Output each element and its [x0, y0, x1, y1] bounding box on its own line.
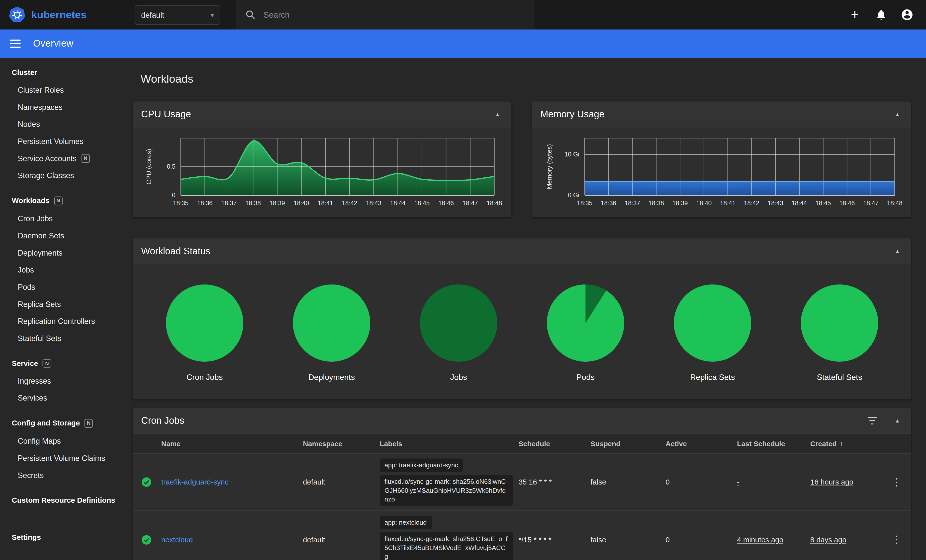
- svg-text:18:36: 18:36: [601, 199, 616, 207]
- collapse-memory-card-button[interactable]: ▲: [894, 109, 901, 119]
- schedule-cell: 35 16 * * *: [519, 473, 591, 491]
- sidebar-item-cluster-roles[interactable]: Cluster Roles: [0, 82, 118, 99]
- cronjob-name-link[interactable]: nextcloud: [161, 536, 193, 544]
- name-cell: traefik-adguard-sync: [161, 473, 303, 491]
- column-header-label: Active: [666, 439, 687, 447]
- sidebar-item-replica-sets[interactable]: Replica Sets: [0, 295, 118, 312]
- column-header-namespace[interactable]: Namespace: [303, 439, 380, 447]
- svg-text:18:47: 18:47: [463, 199, 478, 207]
- filter-button[interactable]: [866, 415, 878, 426]
- workload-status-pies: Cron JobsDeploymentsJobsPodsReplica Sets…: [133, 264, 911, 399]
- row-actions-cell: ⋮: [887, 528, 911, 551]
- sidebar-item-deployments[interactable]: Deployments: [0, 244, 118, 261]
- labels-cell: app: traefik-adguard-syncfluxcd.io/sync-…: [380, 454, 519, 510]
- sidebar-section-title: Settings: [12, 533, 41, 541]
- row-menu-button[interactable]: ⋮: [888, 476, 905, 489]
- schedule-cell: */15 * * * *: [519, 531, 591, 548]
- column-header-label: Suspend: [591, 439, 620, 447]
- collapse-cpu-card-button[interactable]: ▲: [494, 109, 501, 119]
- sidebar-item-label: Cluster Roles: [18, 85, 64, 94]
- sidebar-item-namespaces[interactable]: Namespaces: [0, 99, 118, 116]
- workload-status-stateful-sets: Stateful Sets: [776, 284, 903, 382]
- column-header-schedule[interactable]: Schedule: [519, 439, 591, 447]
- create-resource-button[interactable]: +: [843, 3, 866, 26]
- column-header-last-schedule[interactable]: Last Schedule: [737, 439, 810, 447]
- pie-chart-pods: [547, 284, 624, 362]
- sidebar-item-replication-controllers[interactable]: Replication Controllers: [0, 312, 118, 329]
- namespace-selector[interactable]: default ▾: [135, 5, 220, 24]
- column-header-created[interactable]: Created↑: [810, 439, 887, 447]
- sidebar-item-label: Daemon Sets: [18, 231, 64, 240]
- account-button[interactable]: [895, 3, 918, 26]
- pie-chart-replica-sets: [674, 284, 751, 362]
- search-input[interactable]: [263, 10, 526, 20]
- sidebar-item-persistent-volume-claims[interactable]: Persistent Volume Claims: [0, 450, 118, 466]
- notifications-button[interactable]: [869, 3, 892, 26]
- svg-text:Memory (bytes): Memory (bytes): [546, 144, 553, 189]
- label-chip: fluxcd.io/sync-gc-mark: sha256.CTsuE_o_f…: [380, 532, 513, 560]
- row-menu-button[interactable]: ⋮: [888, 533, 905, 546]
- created-cell: 8 days ago: [810, 531, 887, 548]
- sort-ascending-icon: ↑: [840, 439, 843, 447]
- column-header-label: Created: [810, 439, 837, 447]
- sidebar-item-services[interactable]: Services: [0, 389, 118, 406]
- cron-jobs-card: Cron Jobs ▲ NameNamespaceLabelsScheduleS…: [133, 408, 911, 560]
- page-header-title: Overview: [33, 38, 74, 49]
- pie-label: Stateful Sets: [817, 373, 862, 382]
- svg-text:18:44: 18:44: [390, 199, 406, 207]
- sidebar-item-stateful-sets[interactable]: Stateful Sets: [0, 329, 118, 347]
- cronjob-name-link[interactable]: traefik-adguard-sync: [161, 478, 228, 486]
- brand-name: kubernetes: [32, 9, 86, 21]
- pie-chart-jobs: [420, 284, 497, 362]
- sidebar-item-label: Ingresses: [18, 376, 51, 385]
- sidebar-item-settings[interactable]: Settings: [0, 528, 118, 546]
- usage-charts-row: CPU Usage ▲ 18:3518:3618:3718:3818:3918:…: [133, 101, 911, 217]
- sidebar-section-title: About: [12, 558, 33, 560]
- collapse-workload-status-button[interactable]: ▲: [894, 246, 901, 257]
- collapse-cron-jobs-button[interactable]: ▲: [894, 415, 901, 426]
- last-schedule-cell: 4 minutes ago: [737, 531, 810, 548]
- column-header-name[interactable]: Name: [161, 439, 303, 447]
- pie-label: Pods: [576, 373, 595, 382]
- sidebar-item-daemon-sets[interactable]: Daemon Sets: [0, 227, 118, 244]
- menu-icon[interactable]: [10, 39, 21, 48]
- sidebar: ClusterCluster RolesNamespacesNodesPersi…: [0, 58, 118, 560]
- workload-status-jobs: Jobs: [395, 284, 522, 382]
- svg-text:18:35: 18:35: [577, 199, 592, 207]
- page-title: Workloads: [141, 72, 911, 85]
- sidebar-item-nodes[interactable]: Nodes: [0, 116, 118, 133]
- memory-usage-title: Memory Usage: [540, 109, 878, 119]
- brand[interactable]: kubernetes: [0, 6, 135, 24]
- sidebar-item-about[interactable]: About: [0, 554, 118, 560]
- sidebar-item-label: Persistent Volume Claims: [18, 453, 105, 462]
- column-header-active[interactable]: Active: [666, 439, 737, 447]
- sidebar-item-jobs[interactable]: Jobs: [0, 261, 118, 278]
- cron-jobs-card-header: Cron Jobs ▲: [133, 408, 911, 434]
- chevron-down-icon: ▾: [211, 12, 214, 18]
- sidebar-item-pods[interactable]: Pods: [0, 278, 118, 296]
- last-schedule-value: 4 minutes ago: [737, 536, 784, 544]
- search-bar: [236, 0, 534, 29]
- sidebar-item-custom-resource-definitions[interactable]: Custom Resource Definitions: [0, 491, 118, 509]
- sidebar-item-label: Cron Jobs: [18, 214, 53, 223]
- svg-text:CPU (cores): CPU (cores): [145, 149, 153, 184]
- sidebar-item-ingresses[interactable]: Ingresses: [0, 373, 118, 389]
- svg-text:18:37: 18:37: [625, 199, 640, 207]
- sidebar-item-storage-classes[interactable]: Storage Classes: [0, 167, 118, 184]
- sidebar-item-secrets[interactable]: Secrets: [0, 466, 118, 483]
- workload-status-card: Workload Status ▲ Cron JobsDeploymentsJo…: [133, 238, 911, 400]
- column-header-suspend[interactable]: Suspend: [591, 439, 666, 447]
- cpu-usage-title: CPU Usage: [141, 109, 478, 119]
- sidebar-item-config-maps[interactable]: Config Maps: [0, 432, 118, 450]
- column-header-labels[interactable]: Labels: [380, 439, 519, 447]
- sidebar-item-cron-jobs[interactable]: Cron Jobs: [0, 210, 118, 227]
- check-circle-icon: [141, 534, 152, 545]
- pie-chart-cron-jobs: [166, 284, 244, 362]
- cronjob-row: traefik-adguard-syncdefaultapp: traefik-…: [133, 454, 911, 511]
- created-value: 8 days ago: [810, 536, 846, 544]
- sidebar-item-persistent-volumes[interactable]: Persistent Volumes: [0, 133, 118, 150]
- sidebar-item-service-accounts[interactable]: Service AccountsN: [0, 150, 118, 167]
- sidebar-item-label: Service Accounts: [18, 154, 77, 163]
- workload-status-card-header: Workload Status ▲: [133, 238, 911, 264]
- last-schedule-value: -: [737, 478, 740, 486]
